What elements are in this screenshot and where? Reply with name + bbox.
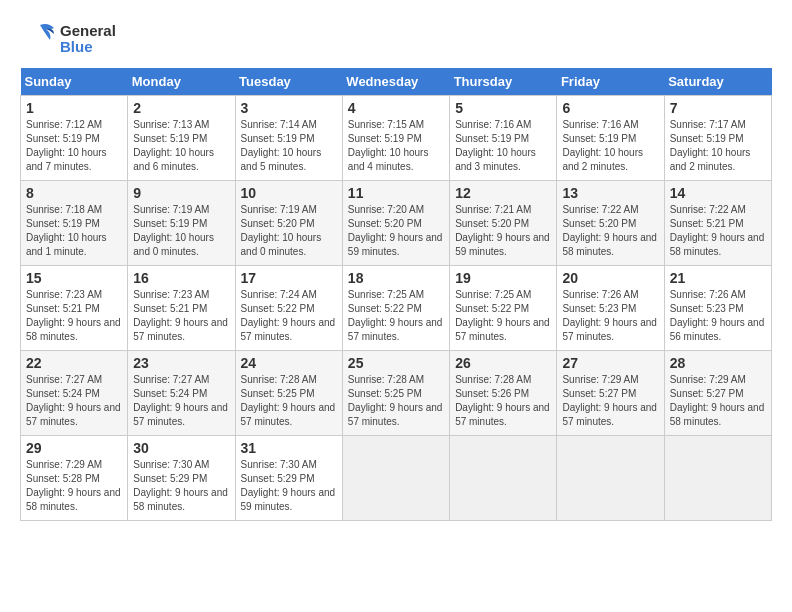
calendar-cell: 3Sunrise: 7:14 AM Sunset: 5:19 PM Daylig… <box>235 96 342 181</box>
calendar-cell: 24Sunrise: 7:28 AM Sunset: 5:25 PM Dayli… <box>235 351 342 436</box>
calendar-cell: 27Sunrise: 7:29 AM Sunset: 5:27 PM Dayli… <box>557 351 664 436</box>
day-info: Sunrise: 7:26 AM Sunset: 5:23 PM Dayligh… <box>562 288 658 344</box>
calendar-cell: 28Sunrise: 7:29 AM Sunset: 5:27 PM Dayli… <box>664 351 771 436</box>
day-info: Sunrise: 7:19 AM Sunset: 5:19 PM Dayligh… <box>133 203 229 259</box>
day-info: Sunrise: 7:28 AM Sunset: 5:25 PM Dayligh… <box>241 373 337 429</box>
day-info: Sunrise: 7:12 AM Sunset: 5:19 PM Dayligh… <box>26 118 122 174</box>
day-header-friday: Friday <box>557 68 664 96</box>
calendar-cell: 5Sunrise: 7:16 AM Sunset: 5:19 PM Daylig… <box>450 96 557 181</box>
day-number: 25 <box>348 355 444 371</box>
day-info: Sunrise: 7:14 AM Sunset: 5:19 PM Dayligh… <box>241 118 337 174</box>
day-number: 15 <box>26 270 122 286</box>
calendar-cell: 15Sunrise: 7:23 AM Sunset: 5:21 PM Dayli… <box>21 266 128 351</box>
calendar-cell: 23Sunrise: 7:27 AM Sunset: 5:24 PM Dayli… <box>128 351 235 436</box>
day-info: Sunrise: 7:22 AM Sunset: 5:20 PM Dayligh… <box>562 203 658 259</box>
day-number: 27 <box>562 355 658 371</box>
day-number: 29 <box>26 440 122 456</box>
day-number: 4 <box>348 100 444 116</box>
day-info: Sunrise: 7:17 AM Sunset: 5:19 PM Dayligh… <box>670 118 766 174</box>
logo-text: General Blue <box>20 20 116 58</box>
calendar-cell <box>342 436 449 521</box>
calendar-cell: 9Sunrise: 7:19 AM Sunset: 5:19 PM Daylig… <box>128 181 235 266</box>
calendar-cell: 8Sunrise: 7:18 AM Sunset: 5:19 PM Daylig… <box>21 181 128 266</box>
calendar-cell <box>450 436 557 521</box>
calendar-cell: 29Sunrise: 7:29 AM Sunset: 5:28 PM Dayli… <box>21 436 128 521</box>
day-header-thursday: Thursday <box>450 68 557 96</box>
day-info: Sunrise: 7:26 AM Sunset: 5:23 PM Dayligh… <box>670 288 766 344</box>
calendar-cell <box>664 436 771 521</box>
calendar-cell: 16Sunrise: 7:23 AM Sunset: 5:21 PM Dayli… <box>128 266 235 351</box>
day-header-saturday: Saturday <box>664 68 771 96</box>
calendar-week-row: 22Sunrise: 7:27 AM Sunset: 5:24 PM Dayli… <box>21 351 772 436</box>
calendar-header-row: SundayMondayTuesdayWednesdayThursdayFrid… <box>21 68 772 96</box>
logo-general: General <box>60 23 116 40</box>
day-info: Sunrise: 7:20 AM Sunset: 5:20 PM Dayligh… <box>348 203 444 259</box>
day-number: 28 <box>670 355 766 371</box>
day-info: Sunrise: 7:27 AM Sunset: 5:24 PM Dayligh… <box>26 373 122 429</box>
day-number: 14 <box>670 185 766 201</box>
day-header-sunday: Sunday <box>21 68 128 96</box>
day-header-monday: Monday <box>128 68 235 96</box>
logo-blue: Blue <box>60 39 116 56</box>
day-number: 1 <box>26 100 122 116</box>
calendar-cell <box>557 436 664 521</box>
day-info: Sunrise: 7:30 AM Sunset: 5:29 PM Dayligh… <box>133 458 229 514</box>
day-header-tuesday: Tuesday <box>235 68 342 96</box>
day-number: 2 <box>133 100 229 116</box>
day-info: Sunrise: 7:29 AM Sunset: 5:27 PM Dayligh… <box>562 373 658 429</box>
calendar-cell: 6Sunrise: 7:16 AM Sunset: 5:19 PM Daylig… <box>557 96 664 181</box>
day-info: Sunrise: 7:23 AM Sunset: 5:21 PM Dayligh… <box>26 288 122 344</box>
day-number: 30 <box>133 440 229 456</box>
day-number: 18 <box>348 270 444 286</box>
calendar-week-row: 8Sunrise: 7:18 AM Sunset: 5:19 PM Daylig… <box>21 181 772 266</box>
day-number: 26 <box>455 355 551 371</box>
calendar-cell: 20Sunrise: 7:26 AM Sunset: 5:23 PM Dayli… <box>557 266 664 351</box>
day-info: Sunrise: 7:16 AM Sunset: 5:19 PM Dayligh… <box>455 118 551 174</box>
calendar-cell: 26Sunrise: 7:28 AM Sunset: 5:26 PM Dayli… <box>450 351 557 436</box>
day-number: 21 <box>670 270 766 286</box>
day-info: Sunrise: 7:24 AM Sunset: 5:22 PM Dayligh… <box>241 288 337 344</box>
day-number: 31 <box>241 440 337 456</box>
calendar-cell: 19Sunrise: 7:25 AM Sunset: 5:22 PM Dayli… <box>450 266 557 351</box>
calendar-cell: 1Sunrise: 7:12 AM Sunset: 5:19 PM Daylig… <box>21 96 128 181</box>
calendar-table: SundayMondayTuesdayWednesdayThursdayFrid… <box>20 68 772 521</box>
day-header-wednesday: Wednesday <box>342 68 449 96</box>
day-number: 7 <box>670 100 766 116</box>
calendar-cell: 18Sunrise: 7:25 AM Sunset: 5:22 PM Dayli… <box>342 266 449 351</box>
day-number: 20 <box>562 270 658 286</box>
day-info: Sunrise: 7:25 AM Sunset: 5:22 PM Dayligh… <box>455 288 551 344</box>
day-info: Sunrise: 7:25 AM Sunset: 5:22 PM Dayligh… <box>348 288 444 344</box>
day-number: 3 <box>241 100 337 116</box>
day-number: 5 <box>455 100 551 116</box>
calendar-cell: 31Sunrise: 7:30 AM Sunset: 5:29 PM Dayli… <box>235 436 342 521</box>
day-info: Sunrise: 7:22 AM Sunset: 5:21 PM Dayligh… <box>670 203 766 259</box>
calendar-week-row: 29Sunrise: 7:29 AM Sunset: 5:28 PM Dayli… <box>21 436 772 521</box>
logo-bird-icon <box>20 20 58 58</box>
calendar-cell: 12Sunrise: 7:21 AM Sunset: 5:20 PM Dayli… <box>450 181 557 266</box>
calendar-cell: 7Sunrise: 7:17 AM Sunset: 5:19 PM Daylig… <box>664 96 771 181</box>
calendar-cell: 13Sunrise: 7:22 AM Sunset: 5:20 PM Dayli… <box>557 181 664 266</box>
day-info: Sunrise: 7:28 AM Sunset: 5:25 PM Dayligh… <box>348 373 444 429</box>
calendar-cell: 14Sunrise: 7:22 AM Sunset: 5:21 PM Dayli… <box>664 181 771 266</box>
day-number: 13 <box>562 185 658 201</box>
day-number: 6 <box>562 100 658 116</box>
day-number: 19 <box>455 270 551 286</box>
calendar-cell: 4Sunrise: 7:15 AM Sunset: 5:19 PM Daylig… <box>342 96 449 181</box>
calendar-cell: 2Sunrise: 7:13 AM Sunset: 5:19 PM Daylig… <box>128 96 235 181</box>
logo: General Blue <box>20 20 116 58</box>
day-number: 12 <box>455 185 551 201</box>
day-info: Sunrise: 7:28 AM Sunset: 5:26 PM Dayligh… <box>455 373 551 429</box>
day-info: Sunrise: 7:18 AM Sunset: 5:19 PM Dayligh… <box>26 203 122 259</box>
day-info: Sunrise: 7:15 AM Sunset: 5:19 PM Dayligh… <box>348 118 444 174</box>
day-info: Sunrise: 7:30 AM Sunset: 5:29 PM Dayligh… <box>241 458 337 514</box>
day-number: 17 <box>241 270 337 286</box>
day-number: 24 <box>241 355 337 371</box>
day-info: Sunrise: 7:29 AM Sunset: 5:27 PM Dayligh… <box>670 373 766 429</box>
calendar-cell: 22Sunrise: 7:27 AM Sunset: 5:24 PM Dayli… <box>21 351 128 436</box>
calendar-cell: 11Sunrise: 7:20 AM Sunset: 5:20 PM Dayli… <box>342 181 449 266</box>
day-number: 10 <box>241 185 337 201</box>
day-info: Sunrise: 7:19 AM Sunset: 5:20 PM Dayligh… <box>241 203 337 259</box>
day-number: 23 <box>133 355 229 371</box>
day-info: Sunrise: 7:13 AM Sunset: 5:19 PM Dayligh… <box>133 118 229 174</box>
calendar-cell: 21Sunrise: 7:26 AM Sunset: 5:23 PM Dayli… <box>664 266 771 351</box>
